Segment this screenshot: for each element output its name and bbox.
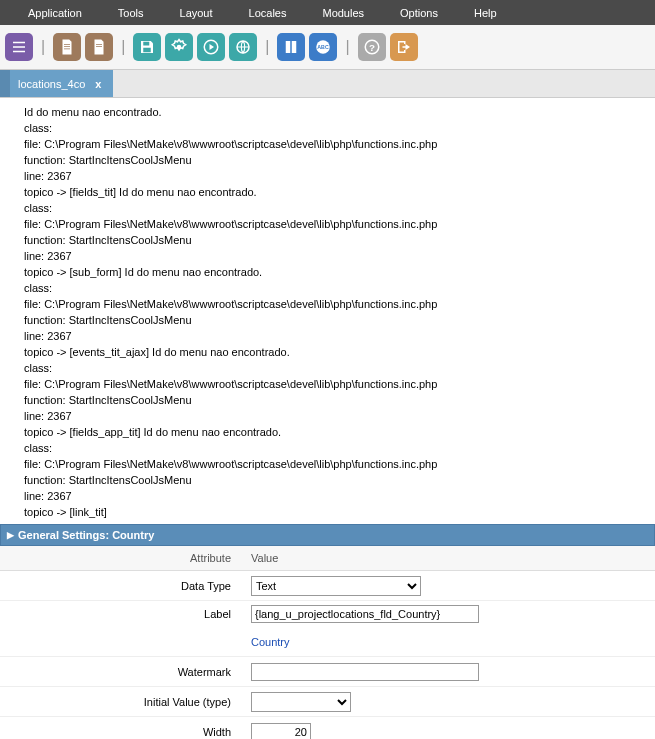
log-line: topico -> [fields_tit] Id do menu nao en… bbox=[24, 184, 651, 200]
label-label: Label bbox=[0, 604, 245, 624]
collapse-icon: ▶ bbox=[7, 530, 14, 540]
toolbar-sep: | bbox=[121, 38, 125, 56]
gear-icon[interactable] bbox=[165, 33, 193, 61]
log-line: topico -> [events_tit_ajax] Id do menu n… bbox=[24, 344, 651, 360]
menu-modules[interactable]: Modules bbox=[304, 7, 382, 19]
log-line: file: C:\Program Files\NetMake\v8\wwwroo… bbox=[24, 296, 651, 312]
log-line: line: 2367 bbox=[24, 328, 651, 344]
tab-label: locations_4co bbox=[18, 78, 85, 90]
label-data-type: Data Type bbox=[0, 576, 245, 596]
toolbar-sep: | bbox=[41, 38, 45, 56]
svg-text:?: ? bbox=[369, 42, 375, 53]
panel-header[interactable]: ▶ General Settings: Country bbox=[0, 524, 655, 546]
toolbar-sep: | bbox=[265, 38, 269, 56]
row-width: Width bbox=[0, 717, 655, 739]
list-icon[interactable] bbox=[5, 33, 33, 61]
log-line: function: StartIncItensCoolJsMenu bbox=[24, 392, 651, 408]
col-value: Value bbox=[245, 546, 655, 570]
svg-rect-7 bbox=[96, 46, 102, 47]
col-attribute: Attribute bbox=[0, 546, 245, 570]
log-line: class: bbox=[24, 280, 651, 296]
log-line: file: C:\Program Files\NetMake\v8\wwwroo… bbox=[24, 456, 651, 472]
log-line: function: StartIncItensCoolJsMenu bbox=[24, 472, 651, 488]
input-width[interactable] bbox=[251, 723, 311, 740]
menu-tools[interactable]: Tools bbox=[100, 7, 162, 19]
log-line: Id do menu nao encontrado. bbox=[24, 104, 651, 120]
log-output: Id do menu nao encontrado. class: file: … bbox=[0, 98, 655, 520]
svg-rect-4 bbox=[64, 46, 70, 47]
menu-application[interactable]: Application bbox=[10, 7, 100, 19]
log-line: class: bbox=[24, 200, 651, 216]
doc2-icon[interactable] bbox=[85, 33, 113, 61]
tab-locations[interactable]: locations_4co x bbox=[10, 70, 113, 97]
input-watermark[interactable] bbox=[251, 663, 479, 681]
log-line: topico -> [fields_app_tit] Id do menu na… bbox=[24, 424, 651, 440]
close-icon[interactable]: x bbox=[91, 78, 105, 90]
menu-help[interactable]: Help bbox=[456, 7, 515, 19]
log-line: line: 2367 bbox=[24, 168, 651, 184]
abc-icon[interactable]: ABC bbox=[309, 33, 337, 61]
menubar: Application Tools Layout Locales Modules… bbox=[0, 0, 655, 25]
select-initial[interactable] bbox=[251, 692, 351, 712]
tabbar: locations_4co x bbox=[0, 70, 655, 98]
svg-rect-1 bbox=[13, 46, 25, 48]
row-watermark: Watermark bbox=[0, 657, 655, 687]
log-line: line: 2367 bbox=[24, 488, 651, 504]
label-initial: Initial Value (type) bbox=[0, 692, 245, 712]
grid-header: Attribute Value bbox=[0, 546, 655, 571]
toolbar: | | | ABC | ? bbox=[0, 25, 655, 70]
log-line: file: C:\Program Files\NetMake\v8\wwwroo… bbox=[24, 376, 651, 392]
log-line: topico -> [link_tit] bbox=[24, 504, 651, 520]
log-line: class: bbox=[24, 120, 651, 136]
log-line: function: StartIncItensCoolJsMenu bbox=[24, 152, 651, 168]
svg-rect-8 bbox=[144, 42, 150, 46]
log-line: topico -> [sub_form] Id do menu nao enco… bbox=[24, 264, 651, 280]
save-icon[interactable] bbox=[133, 33, 161, 61]
label-resolved: Country bbox=[245, 632, 655, 652]
svg-rect-0 bbox=[13, 42, 25, 44]
log-line: line: 2367 bbox=[24, 248, 651, 264]
tab-handle bbox=[0, 70, 10, 97]
log-line: file: C:\Program Files\NetMake\v8\wwwroo… bbox=[24, 216, 651, 232]
input-label[interactable] bbox=[251, 605, 479, 623]
doc-icon[interactable] bbox=[53, 33, 81, 61]
panel-title: General Settings: Country bbox=[18, 529, 154, 541]
log-line: class: bbox=[24, 360, 651, 376]
svg-rect-5 bbox=[64, 49, 70, 50]
svg-rect-3 bbox=[64, 44, 70, 45]
menu-options[interactable]: Options bbox=[382, 7, 456, 19]
svg-rect-9 bbox=[144, 48, 152, 53]
globe-icon[interactable] bbox=[229, 33, 257, 61]
log-line: function: StartIncItensCoolJsMenu bbox=[24, 232, 651, 248]
log-line: line: 2367 bbox=[24, 408, 651, 424]
menu-locales[interactable]: Locales bbox=[231, 7, 305, 19]
log-line: file: C:\Program Files\NetMake\v8\wwwroo… bbox=[24, 136, 651, 152]
svg-rect-2 bbox=[13, 51, 25, 53]
svg-rect-6 bbox=[96, 44, 102, 45]
label-watermark: Watermark bbox=[0, 662, 245, 682]
select-data-type[interactable]: Text bbox=[251, 576, 421, 596]
label-width: Width bbox=[0, 722, 245, 740]
row-label-resolved: Country bbox=[0, 627, 655, 657]
log-line: function: StartIncItensCoolJsMenu bbox=[24, 312, 651, 328]
row-data-type: Data Type Text bbox=[0, 571, 655, 601]
toolbar-sep: | bbox=[345, 38, 349, 56]
log-line: class: bbox=[24, 440, 651, 456]
book-icon[interactable] bbox=[277, 33, 305, 61]
exit-icon[interactable] bbox=[390, 33, 418, 61]
row-label: Label bbox=[0, 601, 655, 627]
play-icon[interactable] bbox=[197, 33, 225, 61]
svg-text:ABC: ABC bbox=[318, 44, 330, 50]
help-icon[interactable]: ? bbox=[358, 33, 386, 61]
row-initial: Initial Value (type) bbox=[0, 687, 655, 717]
menu-layout[interactable]: Layout bbox=[162, 7, 231, 19]
